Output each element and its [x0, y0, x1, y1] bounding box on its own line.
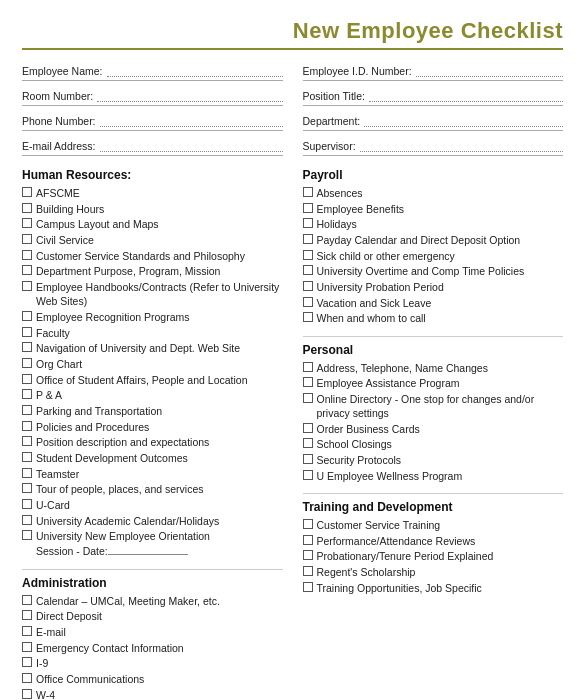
list-item: Performance/Attendance Reviews [303, 534, 564, 548]
checkbox[interactable] [303, 519, 313, 529]
checkbox[interactable] [22, 483, 32, 493]
checkbox[interactable] [22, 530, 32, 540]
checkbox[interactable] [22, 234, 32, 244]
checkbox[interactable] [303, 203, 313, 213]
checkbox[interactable] [303, 582, 313, 592]
list-item: Direct Deposit [22, 609, 283, 623]
checkbox[interactable] [22, 389, 32, 399]
list-item: University Overtime and Comp Time Polici… [303, 264, 564, 278]
checkbox[interactable] [22, 250, 32, 260]
checkbox[interactable] [303, 250, 313, 260]
checkbox[interactable] [303, 187, 313, 197]
checkbox[interactable] [303, 234, 313, 244]
checkbox[interactable] [303, 265, 313, 275]
checkbox[interactable] [303, 312, 313, 322]
checkbox[interactable] [22, 515, 32, 525]
section-title-personal: Personal [303, 343, 564, 357]
list-item: Policies and Procedures [22, 420, 283, 434]
checkbox[interactable] [22, 436, 32, 446]
list-item: W-4 [22, 688, 283, 700]
list-item: Customer Service Standards and Philosoph… [22, 249, 283, 263]
checkbox[interactable] [22, 610, 32, 620]
field-label-supervisor: Supervisor: [303, 140, 356, 152]
checkbox[interactable] [22, 499, 32, 509]
section-title-training: Training and Development [303, 500, 564, 514]
checkbox[interactable] [22, 327, 32, 337]
checkbox[interactable] [22, 468, 32, 478]
field-employee-name: Employee Name: [22, 60, 283, 81]
checkbox[interactable] [303, 362, 313, 372]
checkbox[interactable] [303, 454, 313, 464]
section-personal: Personal Address, Telephone, Name Change… [303, 343, 564, 483]
checkbox[interactable] [22, 203, 32, 213]
checkbox[interactable] [22, 405, 32, 415]
list-item: Department Purpose, Program, Mission [22, 264, 283, 278]
list-item: Parking and Transportation [22, 404, 283, 418]
list-item: School Closings [303, 437, 564, 451]
page-title: New Employee Checklist [22, 18, 563, 44]
checkbox[interactable] [22, 689, 32, 699]
list-item: University Academic Calendar/Holidays [22, 514, 283, 528]
section-training: Training and Development Customer Servic… [303, 500, 564, 595]
section-payroll: Payroll Absences Employee Benefits Holid… [303, 168, 564, 326]
checkbox[interactable] [22, 626, 32, 636]
field-department: Department: [303, 110, 564, 131]
checkbox[interactable] [22, 452, 32, 462]
list-item: When and whom to call [303, 311, 564, 325]
list-item: E-mail [22, 625, 283, 639]
checkbox[interactable] [303, 470, 313, 480]
checkbox[interactable] [22, 342, 32, 352]
list-item: U-Card [22, 498, 283, 512]
checkbox[interactable] [22, 374, 32, 384]
checkbox[interactable] [22, 595, 32, 605]
checkbox[interactable] [22, 218, 32, 228]
field-label-email: E-mail Address: [22, 140, 96, 152]
checkbox[interactable] [303, 438, 313, 448]
list-item: Regent's Scholarship [303, 565, 564, 579]
field-label-position-title: Position Title: [303, 90, 365, 102]
checkbox[interactable] [303, 297, 313, 307]
list-item: Order Business Cards [303, 422, 564, 436]
checkbox[interactable] [22, 281, 32, 291]
list-item: Faculty [22, 326, 283, 340]
checkbox[interactable] [303, 281, 313, 291]
checkbox[interactable] [22, 657, 32, 667]
list-item: Employee Benefits [303, 202, 564, 216]
checkbox[interactable] [22, 265, 32, 275]
list-item: University Probation Period [303, 280, 564, 294]
list-item: Office of Student Affairs, People and Lo… [22, 373, 283, 387]
section-title-administration: Administration [22, 576, 283, 590]
list-item: Holidays [303, 217, 564, 231]
checkbox[interactable] [22, 187, 32, 197]
field-label-room-number: Room Number: [22, 90, 93, 102]
checkbox[interactable] [303, 218, 313, 228]
list-item: Vacation and Sick Leave [303, 296, 564, 310]
list-item: Navigation of University and Dept. Web S… [22, 341, 283, 355]
list-item: Office Communications [22, 672, 283, 686]
field-label-department: Department: [303, 115, 361, 127]
checkbox[interactable] [303, 535, 313, 545]
list-item: Payday Calendar and Direct Deposit Optio… [303, 233, 564, 247]
checkbox[interactable] [22, 358, 32, 368]
page-header: New Employee Checklist [22, 18, 563, 50]
checkbox[interactable] [22, 673, 32, 683]
list-item: University New Employee OrientationSessi… [22, 529, 283, 558]
list-item: Sick child or other emergency [303, 249, 564, 263]
checkbox[interactable] [22, 642, 32, 652]
list-item: I-9 [22, 656, 283, 670]
list-item: Tour of people, places, and services [22, 482, 283, 496]
list-item: P & A [22, 388, 283, 402]
field-position-title: Position Title: [303, 85, 564, 106]
checkbox[interactable] [303, 393, 313, 403]
list-item: Customer Service Training [303, 518, 564, 532]
checkbox[interactable] [303, 550, 313, 560]
list-item: Probationary/Tenure Period Explained [303, 549, 564, 563]
checkbox[interactable] [22, 421, 32, 431]
checkbox[interactable] [303, 566, 313, 576]
list-item: Emergency Contact Information [22, 641, 283, 655]
checkbox[interactable] [303, 377, 313, 387]
list-item: Training Opportunities, Job Specific [303, 581, 564, 595]
checkbox[interactable] [303, 423, 313, 433]
checkbox[interactable] [22, 311, 32, 321]
list-item: U Employee Wellness Program [303, 469, 564, 483]
